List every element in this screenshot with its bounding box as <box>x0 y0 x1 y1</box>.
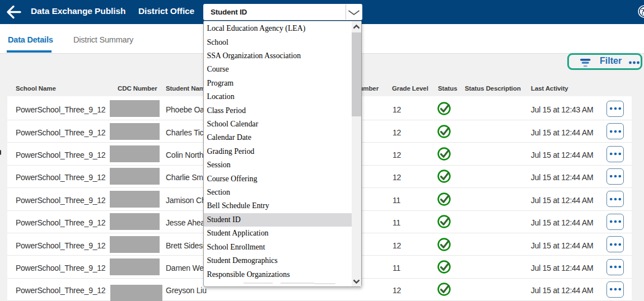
svg-text:?: ? <box>641 7 644 16</box>
